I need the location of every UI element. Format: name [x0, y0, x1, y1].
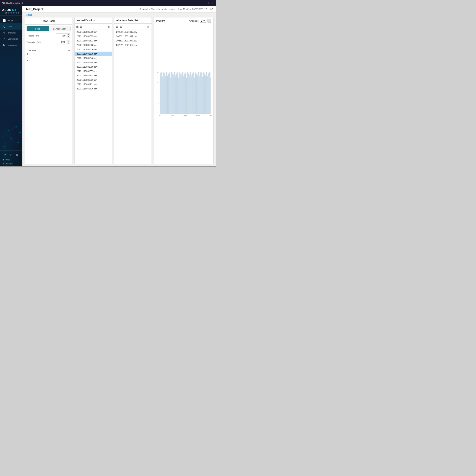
file-item[interactable]: 20231113031716.csv [75, 86, 112, 91]
svg-rect-214 [206, 72, 207, 114]
svg-rect-213 [206, 72, 206, 114]
file-item[interactable]: 20231113031952.csv [114, 43, 152, 47]
file-item[interactable]: 20231113031505.csv [75, 34, 112, 38]
help-icon[interactable]: ? [4, 153, 6, 156]
svg-rect-186 [199, 76, 200, 114]
svg-rect-222 [209, 73, 209, 114]
sampling-rate-field[interactable]: 4000 [56, 40, 67, 44]
svg-rect-45 [164, 72, 164, 114]
file-item[interactable]: 20231113031947.csv [114, 38, 152, 43]
svg-rect-90 [175, 74, 175, 114]
svg-rect-54 [166, 73, 166, 114]
svg-rect-107 [179, 73, 180, 114]
svg-rect-175 [197, 75, 197, 114]
svg-rect-111 [180, 74, 181, 114]
app-window: ASUS AISDetector R3 — □ ✕ ASUS IoT AISDE… [0, 0, 216, 167]
svg-rect-124 [184, 78, 184, 114]
abnormal-record-icon[interactable]: ⊟ [119, 25, 122, 28]
svg-rect-210 [205, 75, 206, 114]
svg-rect-133 [186, 75, 186, 114]
svg-rect-49 [165, 75, 165, 114]
normal-delete-icon[interactable]: 🗑 [107, 25, 110, 28]
file-item[interactable]: 20231113031645.csv [75, 60, 112, 65]
svg-rect-204 [204, 72, 204, 114]
sidebar-item-data[interactable]: ◇ Data [0, 23, 22, 30]
sampling-rate-up[interactable]: ▲ [67, 40, 70, 42]
file-item[interactable]: 20231113031701.csv [75, 73, 112, 78]
file-item[interactable]: 20231113031523.csv [75, 43, 112, 47]
file-item[interactable]: 20231113031640.csv [75, 56, 112, 60]
preview-title: Preview [156, 19, 165, 22]
svg-rect-150 [190, 72, 190, 114]
svg-rect-193 [201, 72, 201, 114]
info-icon[interactable]: ℹ [10, 153, 11, 156]
svg-rect-142 [188, 73, 188, 114]
svg-rect-198 [203, 78, 203, 114]
svg-rect-47 [164, 73, 164, 114]
normal-import-icon[interactable]: ⊞ [76, 25, 79, 28]
svg-rect-125 [184, 77, 184, 114]
svg-rect-148 [190, 74, 190, 114]
svg-rect-226 [210, 73, 210, 114]
sidebar: ASUS IoT AISDETECTOR 📄 Project ◇ Data ⚙ … [0, 6, 22, 166]
record-time-up[interactable]: ▲ [67, 34, 70, 36]
inference-icon: ▶ [2, 43, 6, 46]
record-time-down[interactable]: ▼ [67, 36, 70, 38]
sidebar-item-project[interactable]: 📄 Project [0, 17, 22, 23]
svg-rect-62 [168, 77, 168, 114]
file-item[interactable]: 20231113031711.csv [75, 82, 112, 86]
svg-rect-149 [190, 73, 190, 114]
file-item[interactable]: 20231113031500.csv [75, 30, 112, 34]
svg-rect-174 [196, 74, 197, 114]
record-time-input[interactable]: 2.0 ▲ ▼ [56, 33, 70, 38]
close-button[interactable]: ✕ [211, 1, 214, 5]
file-item[interactable]: 20231113031912.csv [114, 30, 152, 34]
sampling-rate-input[interactable]: 4000 ▲ ▼ [56, 40, 70, 44]
file-item[interactable]: 20231113031706.csv [75, 78, 112, 82]
tab-si-application[interactable]: SI Application [49, 26, 71, 31]
svg-rect-185 [199, 75, 199, 114]
svg-rect-76 [171, 72, 172, 114]
svg-rect-141 [188, 72, 188, 114]
svg-rect-170 [195, 73, 196, 114]
file-item[interactable]: 20231113031635.csv [75, 51, 112, 56]
preview-chart: 26.4 19.8 13.2 6.6 0.0 0.0 2000.0 4000.0… [155, 26, 212, 162]
svg-rect-66 [169, 72, 169, 114]
sampling-rate-down[interactable]: ▼ [67, 42, 70, 44]
breadcrumb[interactable]: Back [22, 13, 216, 17]
sidebar-item-inference[interactable]: ▶ Inference [0, 42, 22, 48]
preview-minus-button[interactable]: − [207, 19, 211, 23]
settings-icon[interactable]: ⚙ [16, 153, 18, 156]
normal-file-list: 20231113031500.csv20231113031505.csv2023… [75, 30, 112, 164]
sidebar-item-verification[interactable]: ✓ Verification [0, 36, 22, 42]
sidebar-item-training[interactable]: ⚙ Training [0, 30, 22, 36]
channels-edit-icon[interactable]: ✏ [68, 49, 70, 52]
record-time-field[interactable]: 2.0 [56, 34, 67, 37]
file-item[interactable]: 20231113031630.csv [75, 47, 112, 51]
svg-rect-106 [179, 74, 179, 114]
preview-panel: Preview Channels 2 1 3 − [154, 17, 214, 164]
svg-rect-60 [167, 76, 168, 114]
file-item[interactable]: 20231113031650.csv [75, 65, 112, 69]
maximize-button[interactable]: □ [206, 1, 210, 5]
abnormal-delete-icon[interactable]: 🗑 [147, 25, 150, 28]
collapse-button[interactable]: « Collapse [0, 162, 22, 166]
file-item[interactable]: 20231113031511.csv [75, 38, 112, 43]
channels-select[interactable]: 2 1 3 [200, 19, 206, 23]
tab-files[interactable]: Files [27, 26, 49, 31]
header-meta: Description This is the testing project … [139, 8, 213, 10]
svg-rect-121 [183, 73, 183, 114]
file-item[interactable]: 20231113031655.csv [75, 69, 112, 73]
svg-rect-77 [172, 72, 172, 114]
project-icon: 📄 [2, 19, 6, 22]
abnormal-import-icon[interactable]: ⊞ [116, 25, 119, 28]
svg-rect-208 [205, 78, 205, 114]
svg-rect-157 [192, 76, 192, 114]
normal-record-icon[interactable]: ⊟ [80, 25, 83, 28]
minimize-button[interactable]: — [201, 1, 205, 5]
svg-rect-74 [171, 75, 171, 114]
svg-rect-36 [161, 72, 161, 114]
sidebar-item-label: Project [8, 19, 15, 22]
file-item[interactable]: 20231113031917.csv [114, 34, 152, 38]
svg-rect-216 [207, 74, 207, 114]
